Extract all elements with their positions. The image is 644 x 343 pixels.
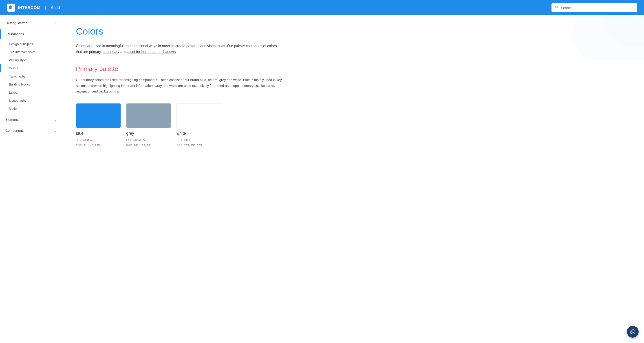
app-body: Getting started ⌄ Foundations ⌃ Design p… (0, 15, 644, 343)
intercom-logo-svg (9, 5, 14, 10)
svg-rect-3 (12, 6, 13, 8)
grey-meta: HEX #8da2b5 RGB 141, 162, 181 (126, 138, 171, 148)
grey-swatch (126, 103, 171, 128)
sidebar-item-writing-style[interactable]: Writing style (0, 56, 62, 64)
svg-rect-2 (12, 6, 12, 9)
blue-swatch (76, 103, 121, 128)
sidebar-section-header-elements[interactable]: Elements ⌄ (0, 114, 62, 124)
chevron-up-icon: ⌃ (54, 32, 57, 36)
svg-point-6 (572, 15, 644, 60)
sidebar-item-typography[interactable]: Typography (0, 72, 62, 80)
logo: INTERCOM | Build (7, 4, 60, 12)
sidebar-item-layout[interactable]: Layout (0, 88, 62, 96)
chat-button[interactable] (627, 326, 638, 338)
sidebar-item-motion[interactable]: Motion (0, 104, 62, 113)
blue-name: blue (76, 131, 121, 136)
chevron-down-icon-3: ⌄ (54, 129, 57, 132)
elements-label: Elements (6, 118, 20, 122)
sidebar-section-header-getting-started[interactable]: Getting started ⌄ (0, 18, 62, 28)
logo-text: INTERCOM (18, 6, 40, 10)
primary-link[interactable]: primary (89, 50, 101, 54)
getting-started-label: Getting started (6, 21, 28, 25)
main-content: Colors Colors are used in meaningful and… (62, 15, 644, 343)
intro-paragraph: Colors are used in meaningful and intent… (76, 43, 278, 54)
sidebar-item-intercom-voice[interactable]: The Intercom voice (0, 48, 62, 56)
sidebar-section-header-foundations[interactable]: Foundations ⌃ (0, 29, 62, 39)
sidebar: Getting started ⌄ Foundations ⌃ Design p… (0, 15, 62, 343)
white-rgb-value: 255, 255, 255 (184, 144, 202, 147)
chevron-down-icon-2: ⌄ (54, 118, 57, 121)
grey-name: grey (126, 131, 171, 136)
svg-line-5 (558, 8, 558, 9)
blue-meta: HEX #1f8ceb RGB 31, 140, 235 (76, 138, 121, 148)
sidebar-item-building-blocks[interactable]: Building blocks (0, 80, 62, 88)
grey-rgb-label: RGB (126, 144, 132, 147)
components-label: Components (6, 128, 24, 132)
white-hex-value: #ffffff (184, 138, 190, 142)
app-header: INTERCOM | Build (0, 0, 644, 15)
primary-palette-description: Our primary colors are used for designin… (76, 77, 289, 94)
sidebar-section-elements: Elements ⌄ (0, 114, 62, 124)
svg-rect-0 (9, 6, 10, 9)
white-swatch (176, 103, 222, 128)
logo-icon (7, 4, 15, 12)
blue-rgb-label: RGB (76, 144, 82, 147)
sidebar-item-iconography[interactable]: Iconography (0, 96, 62, 104)
secondary-link[interactable]: secondary (103, 50, 120, 54)
color-card-white: white HEX #ffffff RGB 255, 255, 255 (176, 103, 222, 148)
white-meta: HEX #ffffff RGB 255, 255, 255 (176, 138, 222, 148)
hero-decoration (532, 15, 644, 60)
chevron-down-icon: ⌄ (54, 21, 57, 25)
header-build-text: Build (50, 6, 60, 10)
search-icon (555, 6, 559, 10)
color-card-grey: grey HEX #8da2b5 RGB 141, 162, 181 (126, 103, 171, 148)
sidebar-section-getting-started: Getting started ⌄ (0, 18, 62, 28)
primary-palette-title: Primary palette (76, 65, 630, 72)
svg-rect-1 (10, 6, 11, 9)
borders-shadows-link[interactable]: a set for borders and shadows (127, 50, 176, 54)
color-card-blue: blue HEX #1f8ceb RGB 31, 140, 235 (76, 103, 121, 148)
header-divider: | (45, 6, 46, 10)
blue-hex-label: HEX (76, 139, 82, 142)
grey-rgb-value: 141, 162, 181 (134, 144, 152, 147)
white-rgb-label: RGB (176, 144, 182, 147)
white-name: white (176, 131, 222, 136)
search-input[interactable] (561, 6, 633, 10)
color-swatches: blue HEX #1f8ceb RGB 31, 140, 235 grey H… (76, 103, 630, 148)
search-box[interactable] (552, 3, 637, 12)
chat-icon (630, 329, 636, 335)
blue-hex-value: #1f8ceb (83, 138, 94, 142)
blue-rgb-value: 31, 140, 235 (84, 144, 100, 147)
page-title: Colors (76, 26, 630, 37)
white-hex-label: HEX (176, 139, 182, 142)
sidebar-section-foundations: Foundations ⌃ Design principles The Inte… (0, 29, 62, 114)
sidebar-item-design-principles[interactable]: Design principles (0, 40, 62, 48)
sidebar-section-components: Components ⌄ (0, 126, 62, 136)
sidebar-section-header-components[interactable]: Components ⌄ (0, 126, 62, 136)
foundations-items: Design principles The Intercom voice Wri… (0, 39, 62, 114)
foundations-label: Foundations (6, 32, 24, 36)
grey-hex-value: #8da2b5 (134, 138, 145, 142)
grey-hex-label: HEX (126, 139, 132, 142)
sidebar-item-colors[interactable]: Colors (0, 64, 62, 72)
